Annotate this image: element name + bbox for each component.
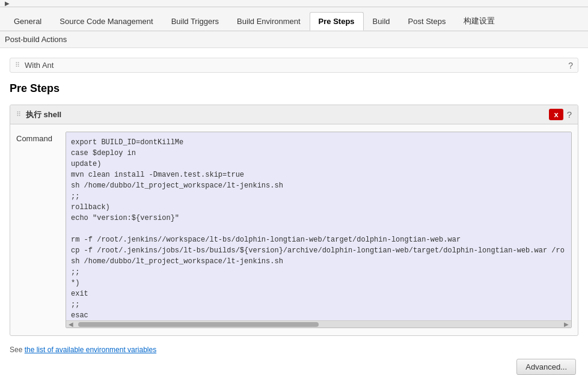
command-area: Command export BUILD_ID=dontKillMe case … bbox=[10, 124, 578, 335]
top-bar-arrow: ▶ bbox=[5, 0, 10, 7]
scroll-right-icon[interactable]: ▶ bbox=[562, 321, 571, 328]
tab-build-environment[interactable]: Build Environment bbox=[228, 12, 310, 30]
command-textarea-wrapper: export BUILD_ID=dontKillMe case $deploy … bbox=[66, 132, 572, 328]
advanced-button[interactable]: Advanced... bbox=[516, 359, 576, 375]
tab-build-triggers[interactable]: Build Triggers bbox=[162, 12, 228, 30]
delete-button[interactable]: x bbox=[549, 109, 563, 120]
env-vars-prefix: See bbox=[10, 346, 25, 354]
shell-drag-icon: ⠿ bbox=[16, 111, 21, 118]
shell-title: 执行 shell bbox=[26, 109, 61, 120]
tab-source-code[interactable]: Source Code Management bbox=[51, 12, 162, 30]
tab-build[interactable]: Build bbox=[364, 12, 399, 30]
top-bar: ▶ bbox=[0, 0, 588, 7]
scrollbar-thumb bbox=[78, 322, 319, 327]
shell-help-icon[interactable]: ? bbox=[567, 109, 572, 120]
with-ant-label: With Ant bbox=[25, 61, 54, 70]
env-vars-line: See the list of available environment va… bbox=[10, 346, 578, 354]
scrollbar-track bbox=[78, 322, 559, 327]
main-content: ⠿ With Ant ? Pre Steps ⠿ 执行 shell x ? Co… bbox=[0, 48, 588, 375]
command-label: Command bbox=[16, 132, 58, 143]
horizontal-scrollbar[interactable]: ◀ ▶ bbox=[66, 320, 571, 328]
tab-navigation: General Source Code Management Build Tri… bbox=[0, 7, 588, 31]
advanced-row: Advanced... bbox=[10, 354, 578, 375]
tab-post-steps[interactable]: Post Steps bbox=[399, 12, 455, 30]
shell-block: ⠿ 执行 shell x ? Command export BUILD_ID=d… bbox=[10, 105, 578, 336]
command-textarea[interactable]: export BUILD_ID=dontKillMe case $deploy … bbox=[66, 132, 571, 319]
drag-handle-icon: ⠿ bbox=[15, 61, 20, 69]
shell-header-left: ⠿ 执行 shell bbox=[16, 109, 61, 120]
scroll-left-icon[interactable]: ◀ bbox=[66, 321, 76, 328]
tab-build-settings[interactable]: 构建设置 bbox=[455, 11, 504, 31]
tab-general[interactable]: General bbox=[5, 12, 51, 30]
pre-steps-heading: Pre Steps bbox=[10, 82, 578, 95]
shell-header: ⠿ 执行 shell x ? bbox=[10, 105, 578, 124]
shell-header-right: x ? bbox=[549, 109, 572, 120]
with-ant-bar: ⠿ With Ant ? bbox=[10, 58, 578, 73]
env-vars-link[interactable]: the list of available environment variab… bbox=[25, 346, 156, 354]
post-build-row: Post-build Actions bbox=[0, 31, 588, 48]
tab-pre-steps[interactable]: Pre Steps bbox=[310, 12, 364, 31]
with-ant-help-icon[interactable]: ? bbox=[568, 61, 573, 70]
post-build-actions-link[interactable]: Post-build Actions bbox=[5, 35, 67, 44]
